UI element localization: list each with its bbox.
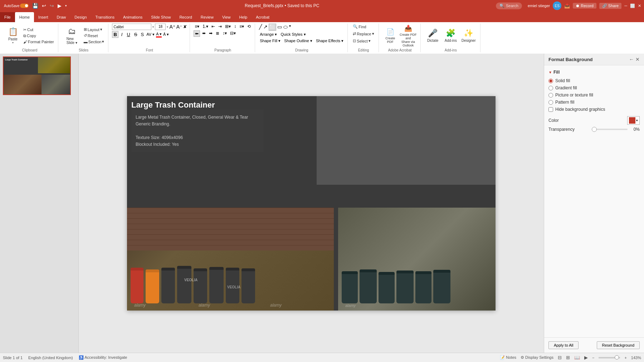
increase-indent-btn[interactable]: ⇥ [217, 24, 223, 29]
customize-qat[interactable]: ▾ [64, 3, 68, 8]
shape-outline-btn[interactable]: Shape Outline ▾ [283, 38, 313, 44]
gradient-fill-radio[interactable] [548, 86, 553, 90]
oval-shape[interactable]: ⬭ [283, 24, 288, 31]
redo-btn[interactable]: ↪ [49, 2, 55, 9]
font-decrease-btn[interactable]: A⁻ [176, 24, 182, 30]
tab-home[interactable]: Home [15, 12, 34, 22]
zoom-out-btn[interactable]: − [592, 356, 594, 360]
highlight-btn[interactable]: Ā ▾ [163, 32, 169, 37]
panel-close-btn[interactable]: ✕ [635, 56, 640, 62]
format-painter-btn[interactable]: 🖌 Format Painter [22, 39, 55, 44]
view-normal-btn[interactable]: ⊟ [558, 355, 562, 360]
hide-background-checkbox[interactable] [548, 107, 553, 112]
notes-btn[interactable]: 📝 Notes [500, 355, 516, 360]
solid-fill-radio[interactable] [548, 79, 553, 83]
shadow-btn[interactable]: S [140, 31, 145, 38]
rounded-rect-shape[interactable]: ▭ [277, 24, 282, 31]
section-btn[interactable]: ▬ Section ▾ [83, 39, 106, 44]
view-reading-btn[interactable]: 📖 [574, 355, 580, 360]
designer-btn[interactable]: ✨ Designer [460, 25, 477, 46]
cut-btn[interactable]: ✂ Cut [22, 27, 55, 33]
clear-format-btn[interactable]: ✘ [183, 24, 187, 29]
color-picker-btn[interactable]: ▾ [627, 116, 640, 125]
numbering-btn[interactable]: 1.▾ [201, 24, 209, 29]
align-left-btn[interactable]: ⬅ [194, 30, 200, 37]
tab-transitions[interactable]: Transitions [91, 12, 119, 22]
new-slide-btn[interactable]: 🗂 NewSlide ▾ [62, 25, 82, 46]
minimize-btn[interactable]: ─ [624, 4, 627, 8]
add-ins-btn[interactable]: 🧩 Add-ins [442, 25, 459, 46]
columns-btn[interactable]: ⊞▾ [224, 24, 232, 29]
search-box[interactable]: 🔍 Search [496, 3, 522, 9]
shapes-more[interactable]: ▾ [289, 24, 291, 31]
zoom-level[interactable]: 143% [631, 356, 641, 360]
text-dir-btn[interactable]: ↕ [233, 24, 237, 29]
layout-btn[interactable]: ⊞ Layout ▾ [83, 27, 106, 32]
zoom-in-btn[interactable]: + [624, 356, 626, 360]
bullets-btn[interactable]: ≡▾ [194, 24, 200, 29]
decrease-indent-btn[interactable]: ⇤ [210, 24, 216, 29]
view-slideshow-btn[interactable]: ▶ [584, 355, 588, 360]
zoom-slider[interactable] [599, 357, 620, 358]
para-spacing-btn[interactable]: ⊟▾ [229, 30, 237, 37]
shape-fill-btn[interactable]: Shape Fill ▾ [259, 38, 282, 44]
paste-btn[interactable]: 📋 Paste ▾ [4, 25, 21, 46]
replace-btn[interactable]: ⇄ Replace ▾ [351, 31, 375, 37]
close-btn[interactable]: ✕ [638, 4, 641, 8]
tab-design[interactable]: Design [70, 12, 91, 22]
shape-effects-btn[interactable]: Shape Effects ▾ [315, 38, 345, 44]
create-pdf-btn[interactable]: 📄 Create PDF [382, 25, 398, 46]
tab-record[interactable]: Record [175, 12, 196, 22]
quick-access-toolbar[interactable]: AutoSave 💾 ↩ ↪ ▶ ▾ [3, 2, 68, 9]
undo-btn[interactable]: ↩ [41, 2, 47, 9]
transparency-slider[interactable] [592, 129, 628, 130]
transparency-thumb[interactable] [592, 127, 597, 132]
char-spacing-btn[interactable]: AV ▾ [146, 32, 155, 37]
tab-slideshow[interactable]: Slide Show [147, 12, 175, 22]
strikethrough-btn[interactable]: S [133, 31, 138, 38]
slide-canvas[interactable]: Large Trash Container Large Metal Trash … [127, 96, 496, 311]
italic-btn[interactable]: I [120, 31, 124, 38]
font-size-input[interactable] [155, 24, 166, 30]
panel-back-btn[interactable]: ← [629, 56, 634, 62]
justify-btn[interactable]: ≣ [215, 30, 220, 37]
align-right-btn[interactable]: ➡ [208, 30, 214, 37]
rect-shape[interactable]: ⬜ [269, 24, 276, 31]
apply-to-all-btn[interactable]: Apply to All [548, 341, 579, 349]
align-center-btn[interactable]: ⬌ [201, 30, 207, 37]
slide-thumbnail[interactable]: Large Trash Container [3, 56, 71, 95]
quick-styles-btn[interactable]: Quick Styles ▾ [279, 32, 307, 37]
pattern-fill-radio[interactable] [548, 100, 553, 105]
reset-background-btn[interactable]: Reset Background [597, 341, 640, 349]
tab-insert[interactable]: Insert [34, 12, 53, 22]
display-settings-btn[interactable]: ⚙ Display Settings [521, 355, 553, 360]
create-pdf-share-btn[interactable]: 📤 Create PDF andShare via Outlook [399, 25, 418, 46]
accessibility[interactable]: ♿ Accessibility: Investigate [79, 355, 127, 360]
select-btn[interactable]: ⊡ Select ▾ [351, 38, 375, 44]
restore-btn[interactable]: ⬜ [630, 4, 635, 8]
line-shape[interactable]: ╱ [259, 24, 262, 31]
reset-btn[interactable]: ↺ Reset [83, 33, 106, 38]
tab-acrobat[interactable]: Acrobat [252, 12, 274, 22]
tab-help[interactable]: Help [235, 12, 252, 22]
line-spacing-btn[interactable]: ↕▾ [221, 30, 228, 37]
tab-animations[interactable]: Animations [119, 12, 147, 22]
picture-fill-radio[interactable] [548, 93, 553, 98]
arrange-btn[interactable]: Arrange ▾ [259, 32, 278, 37]
save-btn[interactable]: 💾 [31, 2, 39, 9]
view-sorter-btn[interactable]: ⊞ [566, 355, 570, 360]
share-btn[interactable]: 🔗 Share [599, 3, 621, 9]
autosave-toggle[interactable]: AutoSave [3, 3, 30, 9]
find-btn[interactable]: 🔍 Find [351, 24, 375, 30]
bold-btn[interactable]: B [112, 31, 118, 38]
record-btn[interactable]: ⏺ Record [573, 3, 596, 9]
smartart-btn[interactable]: ⟲ [246, 24, 252, 29]
arrow-shape[interactable]: ↗ [263, 24, 268, 31]
font-increase-btn[interactable]: A⁺ [169, 24, 175, 30]
underline-btn[interactable]: U [125, 31, 131, 38]
fill-section-header[interactable]: ▼ Fill [548, 70, 640, 75]
present-btn[interactable]: ▶ [57, 2, 63, 9]
font-name-input[interactable] [112, 24, 151, 30]
tab-review[interactable]: Review [196, 12, 218, 22]
tab-draw[interactable]: Draw [53, 12, 70, 22]
